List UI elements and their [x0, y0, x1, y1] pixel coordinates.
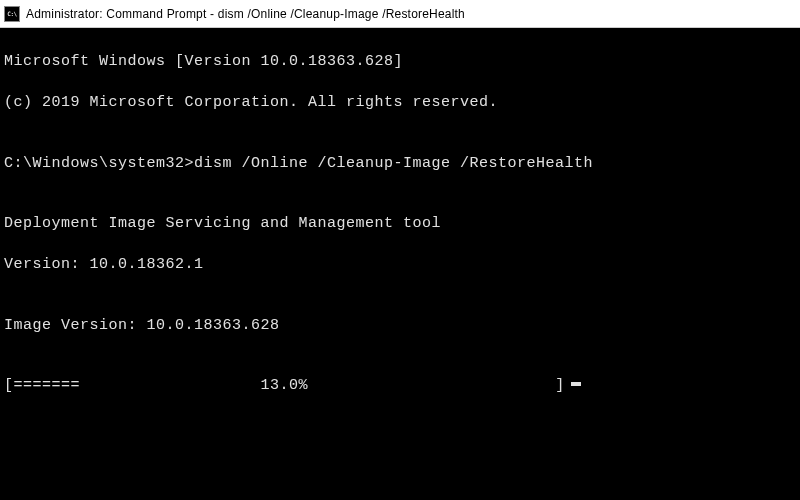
- progress-gap: [308, 376, 555, 396]
- progress-bar: [======= 13.0% ]: [4, 376, 796, 396]
- progress-filled: =======: [14, 376, 81, 396]
- copyright-line: (c) 2019 Microsoft Corporation. All righ…: [4, 93, 796, 113]
- command-text: dism /Online /Cleanup-Image /RestoreHeal…: [194, 155, 593, 172]
- prompt-path: C:\Windows\system32>: [4, 155, 194, 172]
- tool-name-line: Deployment Image Servicing and Managemen…: [4, 214, 796, 234]
- progress-open-bracket: [: [4, 376, 14, 396]
- tool-version-line: Version: 10.0.18362.1: [4, 255, 796, 275]
- window-title: Administrator: Command Prompt - dism /On…: [26, 7, 465, 21]
- os-version-line: Microsoft Windows [Version 10.0.18363.62…: [4, 52, 796, 72]
- cursor-icon: [571, 382, 581, 386]
- progress-close-bracket: ]: [555, 376, 565, 396]
- progress-percent: 13.0%: [261, 376, 309, 396]
- window-titlebar[interactable]: Administrator: Command Prompt - dism /On…: [0, 0, 800, 28]
- prompt-line: C:\Windows\system32>dism /Online /Cleanu…: [4, 154, 796, 174]
- image-version-line: Image Version: 10.0.18363.628: [4, 316, 796, 336]
- terminal-output[interactable]: Microsoft Windows [Version 10.0.18363.62…: [0, 28, 800, 421]
- progress-gap: [80, 376, 261, 396]
- cmd-icon: [4, 6, 20, 22]
